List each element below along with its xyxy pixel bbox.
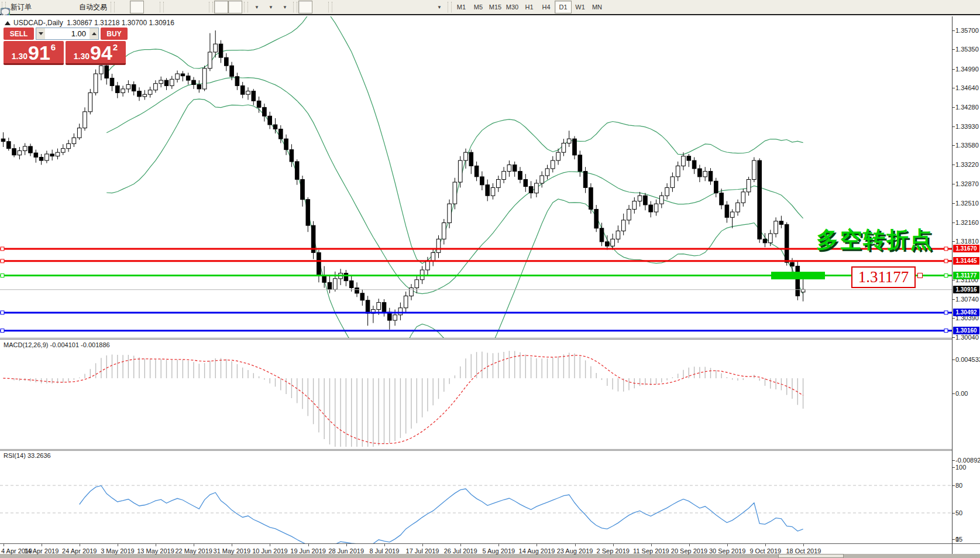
rsi-axis-tick (952, 513, 955, 514)
sell-price-display[interactable]: 1.30916 (4, 41, 64, 65)
market-watch-button[interactable] (47, 1, 61, 13)
date-label: 13 May 2019 (136, 547, 176, 554)
arrows-dropdown-icon[interactable]: ▼ (437, 5, 442, 10)
bar-chart-button[interactable] (116, 1, 130, 13)
macd-axis-label: -0.008928 (955, 457, 980, 464)
timeframe-m30-button[interactable]: M30 (504, 1, 521, 13)
hline-handle[interactable] (944, 329, 948, 333)
arrows-button[interactable]: ▼ (432, 1, 446, 13)
pane-splitter-macd[interactable] (0, 338, 952, 340)
timeframe-mn-button[interactable]: MN (589, 1, 606, 13)
price-axis-label: 1.33220 (955, 161, 979, 168)
toolbar-group-handle[interactable] (293, 2, 297, 12)
line-chart-button[interactable] (144, 1, 158, 13)
volume-input[interactable] (45, 28, 90, 39)
zoom-out-button[interactable] (179, 1, 193, 13)
signals-button[interactable] (61, 1, 75, 13)
toolbar-group-handle[interactable] (209, 2, 213, 12)
hline-handle[interactable] (944, 311, 948, 314)
timeframe-m5-button[interactable]: M5 (470, 1, 487, 13)
buy-price-display[interactable]: 1.30942 (66, 41, 126, 65)
candle-chart-button[interactable] (130, 1, 144, 13)
timeframe-m15-button[interactable]: M15 (487, 1, 504, 13)
symbol-period-label: USDCAD-,Daily (13, 19, 63, 27)
buy-button[interactable]: BUY (101, 28, 128, 40)
new-order-label: 新订单 (11, 2, 32, 12)
scrollbar-thumb[interactable] (778, 554, 844, 558)
date-label: 31 May 2019 (212, 547, 252, 554)
date-label: 20 Sep 2019 (669, 547, 709, 554)
date-axis-tick (346, 544, 347, 546)
timeframe-h1-button[interactable]: H1 (521, 1, 538, 13)
toolbar-group-handle[interactable] (111, 2, 115, 12)
toolbar-group-handle[interactable] (448, 2, 452, 12)
styles-button[interactable] (33, 1, 47, 13)
price-level-badge: 1.31445 (953, 257, 979, 265)
price-axis-tick (952, 222, 955, 223)
text-button[interactable]: A (404, 1, 418, 13)
auto-trading-button[interactable]: 自动交易 (75, 1, 109, 13)
price-level-tag[interactable]: 1.31177 (851, 266, 916, 288)
hline-handle[interactable] (1, 329, 4, 333)
hline-handle[interactable] (1, 247, 4, 251)
macd-pane-canvas (0, 340, 952, 449)
date-label: 18 Oct 2019 (783, 547, 823, 554)
sell-button[interactable]: SELL (4, 28, 34, 40)
indicators-dropdown-icon[interactable]: ▼ (255, 5, 259, 10)
toolbar-group-handle[interactable] (244, 2, 248, 12)
date-axis-tick (765, 544, 766, 546)
tile-windows-button[interactable] (193, 1, 207, 13)
date-axis-tick (651, 544, 652, 546)
search-button[interactable] (948, 1, 962, 13)
price-tag-handle[interactable] (917, 273, 923, 278)
chart-annotation-text[interactable]: 多空转折点 (816, 225, 933, 255)
chart-shift-button[interactable] (228, 1, 242, 13)
hline-handle[interactable] (1, 274, 4, 278)
vertical-line-button[interactable] (333, 1, 348, 13)
periods-button[interactable]: ▼ (263, 1, 277, 13)
toolbar-group-handle[interactable] (328, 2, 332, 12)
horizontal-line-button[interactable] (348, 1, 362, 13)
hline-handle[interactable] (944, 247, 948, 251)
hline-handle[interactable] (1, 311, 4, 314)
volume-decrease-button[interactable] (36, 28, 45, 39)
indicators-button[interactable]: ▼ (249, 1, 263, 13)
collapse-icon[interactable] (5, 21, 11, 25)
auto-scroll-button[interactable] (214, 1, 228, 13)
macd-axis-label: 0.00 (955, 390, 968, 397)
timeframe-m1-button[interactable]: M1 (453, 1, 470, 13)
hline-handle[interactable] (1, 259, 4, 263)
timeframe-h4-button[interactable]: H4 (538, 1, 555, 13)
zoom-in-button[interactable] (165, 1, 179, 13)
macd-axis-tick (952, 460, 955, 461)
date-label: 26 Jul 2019 (441, 547, 480, 554)
hline-handle[interactable] (944, 259, 948, 263)
date-axis-tick (80, 544, 80, 546)
date-label: 5 Aug 2019 (479, 547, 518, 554)
date-label: 23 Aug 2019 (555, 547, 595, 554)
ohlc-values: 1.30867 1.31218 1.30700 1.30916 (67, 19, 174, 27)
price-axis-label: 1.35350 (955, 46, 979, 53)
hline-handle[interactable] (944, 274, 948, 278)
templates-dropdown-icon[interactable]: ▼ (283, 5, 287, 10)
pane-splitter-rsi[interactable] (0, 449, 952, 451)
templates-button[interactable]: ▼ (277, 1, 291, 13)
volume-increase-button[interactable] (90, 28, 98, 39)
volume-stepper (36, 28, 99, 40)
date-axis-tick (270, 544, 270, 546)
trendline-button[interactable] (362, 1, 376, 13)
periods-dropdown-icon[interactable]: ▼ (269, 5, 273, 10)
text-label-button[interactable]: T (418, 1, 432, 13)
fibonacci-button[interactable]: F (390, 1, 404, 13)
horizontal-scrollbar[interactable] (0, 554, 980, 558)
channel-button[interactable]: E (376, 1, 390, 13)
toolbar-group-handle[interactable] (160, 2, 164, 12)
price-axis-tick (952, 30, 955, 31)
timeframe-w1-button[interactable]: W1 (572, 1, 589, 13)
timeframe-d1-button[interactable]: D1 (555, 1, 572, 13)
cursor-button[interactable] (298, 1, 312, 13)
chat-button[interactable] (962, 1, 976, 13)
price-axis-border (952, 16, 953, 554)
crosshair-button[interactable] (312, 1, 326, 13)
new-order-button[interactable]: 新订单 (7, 1, 33, 13)
